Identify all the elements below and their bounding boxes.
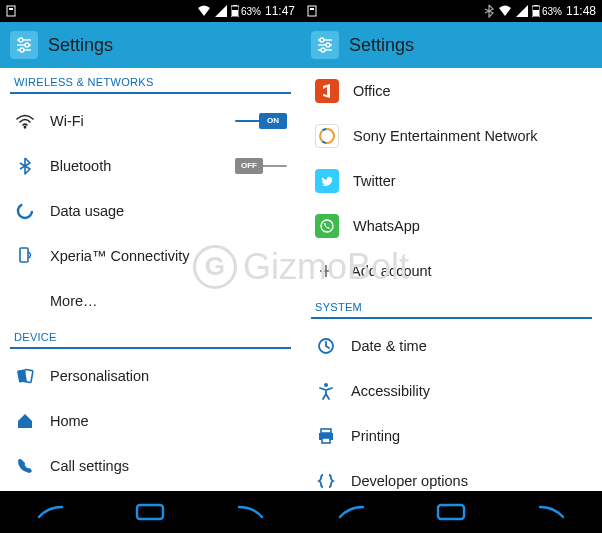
row-label: Personalisation bbox=[50, 368, 287, 384]
row-xperia-connectivity[interactable]: Xperia™ Connectivity bbox=[0, 233, 301, 278]
status-bar: 63% 11:47 bbox=[0, 0, 301, 22]
row-label: Printing bbox=[351, 428, 588, 444]
plus-icon bbox=[315, 260, 337, 282]
card-icon bbox=[6, 5, 16, 17]
card-icon bbox=[307, 5, 317, 17]
back-button[interactable] bbox=[321, 499, 381, 525]
accessibility-icon bbox=[315, 380, 337, 402]
svg-rect-3 bbox=[233, 5, 237, 6]
clock: 11:48 bbox=[566, 4, 596, 18]
svg-rect-35 bbox=[321, 429, 331, 433]
section-system-header: SYSTEM bbox=[301, 293, 602, 317]
printer-icon bbox=[315, 425, 337, 447]
phone-icon bbox=[14, 455, 36, 477]
row-label: Add account bbox=[351, 263, 588, 279]
signal-icon bbox=[516, 5, 528, 17]
row-office[interactable]: Office bbox=[301, 68, 602, 113]
row-label: Office bbox=[353, 83, 588, 99]
row-bluetooth[interactable]: Bluetooth OFF bbox=[0, 143, 301, 188]
row-label: Home bbox=[50, 413, 287, 429]
svg-point-8 bbox=[25, 43, 29, 47]
row-more[interactable]: More… bbox=[0, 278, 301, 323]
row-twitter[interactable]: Twitter bbox=[301, 158, 602, 203]
app-bar: Settings bbox=[301, 22, 602, 68]
row-date-time[interactable]: Date & time bbox=[301, 323, 602, 368]
svg-rect-21 bbox=[533, 10, 539, 16]
row-label: Xperia™ Connectivity bbox=[50, 248, 287, 264]
section-divider bbox=[10, 92, 291, 94]
row-label: Developer options bbox=[351, 473, 588, 489]
row-label: Twitter bbox=[353, 173, 588, 189]
wifi-status-icon bbox=[197, 5, 211, 17]
whatsapp-icon bbox=[315, 214, 339, 238]
row-label: Date & time bbox=[351, 338, 588, 354]
svg-rect-18 bbox=[310, 8, 314, 10]
office-icon bbox=[315, 79, 339, 103]
svg-point-27 bbox=[321, 48, 325, 52]
section-divider bbox=[311, 317, 592, 319]
row-label: More… bbox=[50, 293, 287, 309]
bluetooth-icon bbox=[14, 155, 36, 177]
svg-rect-4 bbox=[232, 10, 238, 16]
svg-point-6 bbox=[19, 38, 23, 42]
settings-list[interactable]: Office Sony Entertainment Network Twitte… bbox=[301, 68, 602, 491]
row-home[interactable]: Home bbox=[0, 398, 301, 443]
row-label: WhatsApp bbox=[353, 218, 588, 234]
row-whatsapp[interactable]: WhatsApp bbox=[301, 203, 602, 248]
signal-icon bbox=[215, 5, 227, 17]
row-sony-entertainment[interactable]: Sony Entertainment Network bbox=[301, 113, 602, 158]
svg-point-34 bbox=[324, 383, 328, 387]
navigation-bar bbox=[301, 491, 602, 533]
wifi-status-icon bbox=[498, 5, 512, 17]
row-label: Accessibility bbox=[351, 383, 588, 399]
row-label: Wi-Fi bbox=[50, 113, 221, 129]
twitter-icon bbox=[315, 169, 339, 193]
svg-rect-17 bbox=[308, 6, 316, 16]
row-printing[interactable]: Printing bbox=[301, 413, 602, 458]
personalisation-icon bbox=[14, 365, 36, 387]
row-wifi[interactable]: Wi-Fi ON bbox=[0, 98, 301, 143]
settings-app-icon bbox=[311, 31, 339, 59]
row-developer-options[interactable]: Developer options bbox=[301, 458, 602, 491]
settings-app-icon bbox=[10, 31, 38, 59]
phone-right: 63% 11:48 Settings Office Sony Entertain… bbox=[301, 0, 602, 533]
svg-point-28 bbox=[320, 129, 334, 143]
page-title: Settings bbox=[349, 35, 414, 56]
recent-button[interactable] bbox=[522, 499, 582, 525]
row-data-usage[interactable]: Data usage bbox=[0, 188, 301, 233]
row-add-account[interactable]: Add account bbox=[301, 248, 602, 293]
wifi-icon bbox=[14, 110, 36, 132]
row-label: Data usage bbox=[50, 203, 287, 219]
svg-point-23 bbox=[320, 38, 324, 42]
svg-point-12 bbox=[18, 204, 32, 218]
svg-rect-0 bbox=[7, 6, 15, 16]
svg-rect-41 bbox=[438, 505, 464, 519]
svg-point-11 bbox=[24, 125, 27, 128]
row-call-settings[interactable]: Call settings bbox=[0, 443, 301, 488]
svg-point-25 bbox=[326, 43, 330, 47]
sony-icon bbox=[315, 124, 339, 148]
home-icon bbox=[14, 410, 36, 432]
wifi-toggle[interactable]: ON bbox=[235, 111, 287, 131]
battery-indicator: 63% bbox=[532, 5, 562, 17]
xperia-connectivity-icon bbox=[14, 245, 36, 267]
home-button[interactable] bbox=[421, 499, 481, 525]
bluetooth-toggle[interactable]: OFF bbox=[235, 156, 287, 176]
battery-percent: 63% bbox=[241, 6, 261, 17]
row-personalisation[interactable]: Personalisation bbox=[0, 353, 301, 398]
status-bar: 63% 11:48 bbox=[301, 0, 602, 22]
svg-rect-37 bbox=[322, 438, 330, 443]
svg-point-10 bbox=[20, 48, 24, 52]
phone-left: 63% 11:47 Settings WIRELESS & NETWORKS W… bbox=[0, 0, 301, 533]
data-usage-icon bbox=[14, 200, 36, 222]
back-button[interactable] bbox=[20, 499, 80, 525]
clock-icon bbox=[315, 335, 337, 357]
home-button[interactable] bbox=[120, 499, 180, 525]
svg-rect-13 bbox=[20, 248, 28, 262]
clock: 11:47 bbox=[265, 4, 295, 18]
section-device-header: DEVICE bbox=[0, 323, 301, 347]
app-bar: Settings bbox=[0, 22, 301, 68]
recent-button[interactable] bbox=[221, 499, 281, 525]
settings-list[interactable]: WIRELESS & NETWORKS Wi-Fi ON Bluetooth O… bbox=[0, 68, 301, 491]
row-accessibility[interactable]: Accessibility bbox=[301, 368, 602, 413]
